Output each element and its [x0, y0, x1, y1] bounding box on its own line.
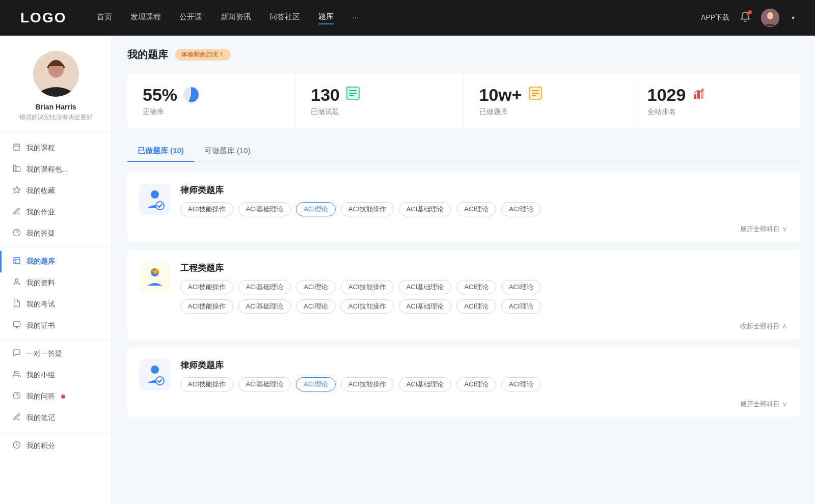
engineer-bank-icon [140, 262, 170, 293]
oneone-icon [12, 349, 21, 359]
sidebar-item-certificate[interactable]: 我的证书 [0, 315, 112, 337]
sidebar-item-myinfo[interactable]: 我的资料 [0, 272, 112, 294]
notification-dot [748, 10, 752, 14]
sidebar-item-oneone[interactable]: 一对一答疑 [0, 343, 112, 365]
svg-rect-7 [13, 165, 16, 172]
sidebar-item-myexam[interactable]: 我的考试 [0, 294, 112, 315]
tag-e1-7[interactable]: ACI理论 [501, 280, 541, 294]
sidebar-menu: 我的课程 我的课程包... 我的收藏 我的作业 [0, 132, 112, 462]
svg-rect-12 [14, 258, 20, 264]
nav-news[interactable]: 新闻资讯 [221, 12, 251, 24]
tag-l1-3[interactable]: ACI理论 [296, 202, 336, 216]
tag-l1-6[interactable]: ACI理论 [456, 202, 496, 216]
sidebar-item-mycourse[interactable]: 我的课程 [0, 137, 112, 159]
lawyer-bank-icon-2 [140, 359, 170, 390]
tag-l1-1[interactable]: ACI技能操作 [180, 202, 233, 216]
tag-e2-3[interactable]: ACI理论 [296, 299, 336, 314]
ranking-icon [692, 86, 706, 103]
stat-done-banks-value: 10w+ [479, 86, 522, 103]
tag-l1-4[interactable]: ACI技能操作 [341, 202, 394, 216]
sidebar-divider-3 [0, 432, 112, 432]
stat-accuracy: 55% 正确率 [127, 74, 295, 129]
lawyer-expand-link-2[interactable]: 展开全部科目 ∨ [740, 400, 787, 409]
engineer-tags-row1: ACI技能操作 ACI基础理论 ACI理论 ACI技能操作 ACI基础理论 AC… [180, 280, 787, 294]
mypoints-icon [12, 441, 21, 451]
svg-point-1 [767, 12, 773, 19]
tag-e2-5[interactable]: ACI基础理论 [399, 299, 452, 314]
qna-notification-dot [61, 395, 65, 399]
navbar: LOGO 首页 发现课程 公开课 新闻资讯 问答社区 题库 ··· APP下载 … [0, 0, 815, 36]
nav-discover[interactable]: 发现课程 [130, 12, 161, 24]
questionbank-icon [12, 257, 21, 267]
stat-ranking-value: 1029 [647, 86, 686, 103]
myqna-icon [12, 391, 21, 402]
sidebar-item-homework[interactable]: 我的作业 [0, 202, 112, 223]
nav-opencourse[interactable]: 公开课 [179, 12, 202, 24]
engineer-tags-row2: ACI技能操作 ACI基础理论 ACI理论 ACI技能操作 ACI基础理论 AC… [180, 299, 787, 314]
tag-e1-6[interactable]: ACI理论 [456, 280, 496, 294]
tag-e2-4[interactable]: ACI技能操作 [341, 299, 394, 314]
nav-questionbank[interactable]: 题库 [318, 12, 334, 24]
tag-l2-5[interactable]: ACI基础理论 [399, 377, 452, 391]
stat-done-questions-value: 130 [311, 86, 340, 103]
homework-icon [12, 207, 21, 217]
sidebar-item-coursepack[interactable]: 我的课程包... [0, 159, 112, 180]
lawyer-bank-title-1: 律师类题库 [180, 184, 787, 196]
sidebar-item-questionbank[interactable]: 我的题库 [0, 251, 112, 272]
sidebar-item-myqna[interactable]: 我的问答 [0, 386, 112, 407]
sidebar-item-mygroup[interactable]: 我的小组 [0, 365, 112, 386]
tab-available-banks[interactable]: 可做题库 (10) [194, 141, 261, 162]
tag-e1-5[interactable]: ACI基础理论 [399, 280, 452, 294]
tag-e1-3[interactable]: ACI理论 [296, 280, 336, 294]
tag-l2-3[interactable]: ACI理论 [296, 377, 336, 391]
user-avatar-nav[interactable] [761, 9, 779, 27]
tag-e1-1[interactable]: ACI技能操作 [180, 280, 233, 294]
lawyer-tags-row-1: ACI技能操作 ACI基础理论 ACI理论 ACI技能操作 ACI基础理论 AC… [180, 202, 787, 216]
tag-e2-7[interactable]: ACI理论 [501, 299, 541, 314]
svg-point-34 [151, 190, 159, 199]
svg-rect-16 [13, 322, 20, 326]
sidebar-item-favorites[interactable]: 我的收藏 [0, 180, 112, 202]
sidebar-item-mynotes[interactable]: 我的笔记 [0, 407, 112, 429]
main-content: 我的题库 体验剩余23天！ 55% 正确率 130 [112, 36, 815, 504]
svg-point-38 [151, 366, 159, 374]
nav-more[interactable]: ··· [352, 13, 359, 23]
sidebar-item-mypoints[interactable]: 我的积分 [0, 435, 112, 457]
certificate-icon [12, 321, 21, 331]
tag-l2-1[interactable]: ACI技能操作 [180, 377, 233, 391]
mynotes-icon [12, 413, 21, 423]
tag-l2-7[interactable]: ACI理论 [501, 377, 541, 391]
tab-done-banks[interactable]: 已做题库 (10) [127, 141, 194, 162]
stat-accuracy-value: 55% [143, 86, 177, 103]
tag-e1-4[interactable]: ACI技能操作 [341, 280, 394, 294]
page-body: Brian Harris 错误的决定比没有决定要好 我的课程 我的课程包... [0, 36, 815, 504]
tag-e2-1[interactable]: ACI技能操作 [180, 299, 233, 314]
app-download-link[interactable]: APP下载 [701, 13, 729, 22]
coursepack-icon [12, 164, 21, 175]
stats-row: 55% 正确率 130 [127, 74, 800, 129]
tag-l1-5[interactable]: ACI基础理论 [399, 202, 452, 216]
sidebar-item-qa[interactable]: 我的答疑 [0, 223, 112, 244]
tag-l2-4[interactable]: ACI技能操作 [341, 377, 394, 391]
tag-l1-7[interactable]: ACI理论 [501, 202, 541, 216]
svg-rect-5 [14, 144, 20, 150]
tag-l2-2[interactable]: ACI基础理论 [238, 377, 291, 391]
nav-qa[interactable]: 问答社区 [269, 12, 300, 24]
page-header: 我的题库 体验剩余23天！ [127, 48, 800, 62]
qa-icon [12, 229, 21, 239]
tag-l2-6[interactable]: ACI理论 [456, 377, 496, 391]
notification-bell[interactable] [740, 11, 751, 24]
tag-e1-2[interactable]: ACI基础理论 [238, 280, 291, 294]
user-dropdown-arrow[interactable]: ▾ [792, 14, 795, 21]
nav-home[interactable]: 首页 [97, 12, 112, 24]
stat-done-banks-label: 已做题库 [479, 107, 616, 117]
lawyer-expand-link-1[interactable]: 展开全部科目 ∨ [740, 225, 787, 234]
lawyer-tags-row-2: ACI技能操作 ACI基础理论 ACI理论 ACI技能操作 ACI基础理论 AC… [180, 377, 787, 391]
svg-point-15 [15, 279, 18, 282]
tag-e2-2[interactable]: ACI基础理论 [238, 299, 291, 314]
tag-l1-2[interactable]: ACI基础理论 [238, 202, 291, 216]
engineer-collapse-link[interactable]: 收起全部科目 ∧ [740, 322, 787, 331]
svg-rect-32 [697, 91, 700, 99]
accuracy-pie-chart [183, 87, 199, 102]
tag-e2-6[interactable]: ACI理论 [456, 299, 496, 314]
